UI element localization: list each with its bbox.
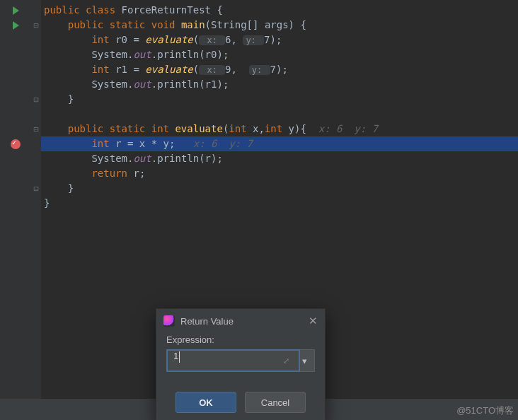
gutter (0, 0, 31, 420)
fold-end-icon[interactable]: ⊟ (31, 92, 41, 107)
breakpoint-icon[interactable] (11, 139, 21, 149)
code-line: System.out.println(r1); (41, 77, 518, 92)
run-icon[interactable] (13, 6, 19, 15)
code-line: int r0 = evaluate( x: 6, y: 7); (41, 33, 518, 47)
code-line: public static int evaluate(int x,int y){… (41, 122, 518, 136)
code-line: } (41, 196, 518, 211)
code-line: return r; (41, 166, 518, 181)
code-line: System.out.println(r); (41, 151, 518, 166)
dialog-titlebar[interactable]: Return Value ✕ (156, 309, 325, 332)
dialog-title: Return Value (180, 316, 234, 327)
code-line: } (41, 181, 518, 196)
code-line: public class ForceReturnTest { (41, 3, 518, 18)
ok-button[interactable]: OK (175, 392, 236, 413)
code-line: public static void main(String[] args) { (41, 18, 518, 33)
return-value-dialog: Return Value ✕ Expression: 1 ⤢ ▾ OK Canc… (156, 308, 326, 420)
intellij-icon (163, 315, 175, 327)
code-line: System.out.println(r0); (41, 47, 518, 62)
expression-input[interactable]: 1 (166, 349, 300, 372)
close-icon[interactable]: ✕ (309, 315, 318, 327)
code-line (41, 107, 518, 122)
fold-icon[interactable]: ⊟ (31, 18, 41, 33)
fold-column: ⊟ ⊟ ⊟ ⊟ (31, 0, 41, 420)
cancel-button[interactable]: Cancel (245, 392, 306, 413)
expression-label: Expression: (166, 334, 315, 345)
code-line: } (41, 92, 518, 107)
watermark: @51CTO博客 (456, 404, 514, 417)
code-line: int r1 = evaluate( x: 9, y: 7); (41, 62, 518, 77)
fold-end-icon[interactable]: ⊟ (31, 181, 41, 196)
fold-icon[interactable]: ⊟ (31, 122, 41, 136)
text-caret (179, 351, 180, 363)
run-icon[interactable] (13, 21, 19, 30)
